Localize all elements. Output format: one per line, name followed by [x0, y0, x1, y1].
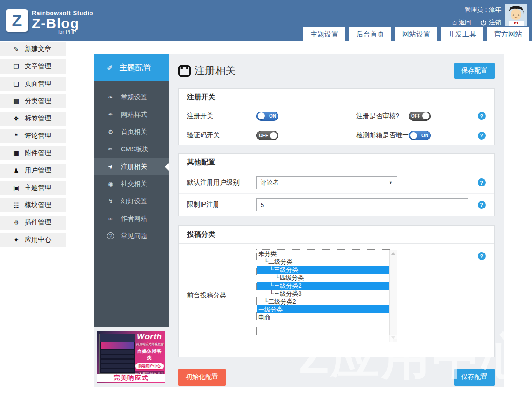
- sidebar-item-label: 用户管理: [25, 166, 51, 175]
- save-config-button-top[interactable]: 保存配置: [454, 63, 495, 79]
- sidebar-item-theme-management[interactable]: ▣主题管理: [0, 181, 66, 195]
- sidebar-item-label: 文章管理: [25, 62, 51, 71]
- pencil-icon: ✎: [12, 45, 20, 53]
- help-icon[interactable]: ?: [478, 178, 486, 186]
- question-icon: ?: [107, 232, 114, 239]
- nav-tab-2[interactable]: 后台首页: [349, 27, 391, 41]
- category-listbox[interactable]: 未分类└二级分类└三级分类└四级分类└三级分类2└三级分类3└二级分类2一级分类…: [256, 249, 397, 342]
- link-icon: ∞: [107, 215, 114, 222]
- sidebar-item-category-management[interactable]: ▤分类管理: [0, 94, 66, 108]
- listbox-scrollbar[interactable]: [389, 250, 397, 342]
- toggle-knob: [410, 132, 417, 139]
- toggle-switch-on[interactable]: ON: [256, 112, 278, 121]
- user-level-selected-value: 评论者: [261, 178, 279, 187]
- home-icon: ⌂: [452, 20, 457, 25]
- subnav-item-label: 幻灯设置: [121, 197, 147, 206]
- sidebar-item-module-management[interactable]: ☷模块管理: [0, 198, 66, 212]
- toggle-state-label: OFF: [410, 113, 421, 119]
- nav-tab-1[interactable]: 主题设置: [303, 27, 345, 41]
- rss-icon: ◉: [107, 180, 114, 187]
- ad-subtitle: 跨屏响应式博客主题: [136, 342, 163, 346]
- toggle-state-label: ON: [420, 133, 429, 138]
- user-icon: ♟: [12, 167, 20, 174]
- subnav-item-cms-blocks[interactable]: ✑CMS板块: [94, 141, 169, 158]
- toggle-knob: [258, 112, 265, 119]
- sidebar-group: ▣主题管理☷模块管理⚙插件管理: [0, 181, 66, 230]
- admin-name: 管理员：流年: [452, 6, 501, 14]
- back-label: 返回: [459, 18, 471, 27]
- drive-icon: ▦: [12, 149, 20, 157]
- listbox-option[interactable]: 电商: [257, 313, 389, 321]
- logout-link[interactable]: 注销: [480, 18, 501, 27]
- listbox-option[interactable]: └二级分类: [257, 258, 389, 266]
- nav-tab-5[interactable]: 官方网站: [487, 27, 529, 41]
- listbox-option[interactable]: └四级分类: [257, 274, 389, 282]
- subnav-item-label: CMS板块: [121, 145, 149, 154]
- theme-ad-banner[interactable]: Worth 跨屏响应式博客主题 自媒体博客类 前端用户中心 媒体/新闻/博客 首…: [97, 331, 165, 383]
- pen-icon: ✒: [107, 111, 114, 118]
- section-title: 注册开关: [179, 89, 494, 106]
- subnav-item-slides[interactable]: ↯幻灯设置: [94, 193, 169, 210]
- ip-limit-label: 限制IP注册: [187, 201, 256, 209]
- help-icon[interactable]: ?: [478, 132, 486, 140]
- zblog-logo-icon: Z: [6, 9, 28, 32]
- subnav-item-site-style[interactable]: ✒网站样式: [94, 106, 169, 123]
- subnav-item-homepage[interactable]: ⚙首页相关: [94, 123, 169, 141]
- listbox-option[interactable]: 未分类: [257, 250, 389, 258]
- save-config-button-bottom[interactable]: 保存配置: [454, 369, 495, 386]
- listbox-option[interactable]: 一级分类: [257, 305, 389, 313]
- subnav-item-author-site[interactable]: ∞作者网站: [94, 210, 169, 227]
- ad-site-thumbnail: [99, 334, 135, 374]
- folder-icon: ▤: [12, 97, 20, 105]
- avatar[interactable]: [505, 4, 527, 26]
- sidebar-item-user-management[interactable]: ♟用户管理: [0, 164, 66, 178]
- help-icon[interactable]: ?: [478, 252, 486, 260]
- sidebar-item-label: 标签管理: [25, 114, 51, 123]
- subnav-item-register[interactable]: ➤注册相关: [94, 158, 169, 175]
- register-switch-card: 注册开关 注册开关ON注册是否审核?OFF?验证码开关OFF检测邮箱是否唯一ON…: [178, 88, 495, 145]
- ad-title: Worth: [135, 332, 164, 342]
- sidebar-item-new-post[interactable]: ✎新建文章: [0, 42, 66, 56]
- subnav-title-label: 主题配置: [119, 62, 151, 73]
- listbox-option[interactable]: └二级分类2: [257, 297, 389, 305]
- top-nav-tabs: 主题设置后台首页网站设置开发工具官方网站: [303, 27, 529, 41]
- toggle-switch-off[interactable]: OFF: [256, 131, 278, 140]
- scroll-down-icon[interactable]: [391, 336, 395, 339]
- help-icon[interactable]: ?: [478, 112, 486, 120]
- listbox-option[interactable]: └三级分类2: [257, 282, 389, 290]
- nav-tab-4[interactable]: 开发工具: [441, 27, 483, 41]
- sidebar-item-label: 附件管理: [25, 149, 51, 157]
- sidebar-item-page-management[interactable]: ❏页面管理: [0, 77, 66, 91]
- user-level-select[interactable]: 评论者 ▼: [256, 176, 397, 189]
- nav-tab-3[interactable]: 网站设置: [395, 27, 437, 41]
- theme-subnav: ✐ 主题配置 ❧常规设置✒网站样式⚙首页相关✑CMS板块➤注册相关◉社交相关↯幻…: [94, 54, 169, 327]
- sidebar-item-plugin-management[interactable]: ⚙插件管理: [0, 216, 66, 230]
- toggle-switch-off[interactable]: OFF: [409, 112, 431, 121]
- sidebar-item-attachment-management[interactable]: ▦附件管理: [0, 146, 66, 160]
- product-name: Z-Blog: [32, 16, 93, 30]
- sidebar-item-post-management[interactable]: ❐文章管理: [0, 59, 66, 74]
- back-link[interactable]: ⌂ 返回: [452, 18, 471, 27]
- leaf-icon: ❧: [107, 94, 114, 101]
- brush-icon: ✑: [107, 146, 114, 153]
- register-rows: 注册开关ON注册是否审核?OFF?验证码开关OFF检测邮箱是否唯一ON?: [179, 106, 494, 145]
- subnav-item-social[interactable]: ◉社交相关: [94, 175, 169, 193]
- listbox-option[interactable]: └三级分类3: [257, 290, 389, 297]
- field-label: 检测邮箱是否唯一: [356, 131, 409, 140]
- init-config-button[interactable]: 初始化配置: [178, 369, 226, 386]
- subnav-item-faq[interactable]: ?常见问题: [94, 227, 169, 245]
- subnav-title-theme-config[interactable]: ✐ 主题配置: [94, 54, 169, 81]
- ip-limit-input[interactable]: [256, 198, 468, 211]
- sidebar-item-app-center[interactable]: ✦应用中心: [0, 233, 66, 247]
- listbox-option[interactable]: └三级分类: [257, 266, 389, 274]
- main-sidebar: ✎新建文章❐文章管理❏页面管理▤分类管理❖标签管理❝评论管理▦附件管理♟用户管理…: [0, 42, 66, 250]
- sidebar-item-tag-management[interactable]: ❖标签管理: [0, 112, 66, 126]
- toggle-switch-on[interactable]: ON: [409, 131, 431, 140]
- subnav-item-general[interactable]: ❧常规设置: [94, 89, 169, 106]
- content-wrapper: ✐ 主题配置 ❧常规设置✒网站样式⚙首页相关✑CMS板块➤注册相关◉社交相关↯幻…: [94, 54, 504, 387]
- sidebar-item-comment-management[interactable]: ❝评论管理: [0, 129, 66, 143]
- scroll-up-icon[interactable]: [391, 252, 395, 255]
- sidebar-item-label: 新建文章: [25, 45, 51, 53]
- help-icon[interactable]: ?: [478, 201, 486, 209]
- subnav-item-label: 注册相关: [121, 163, 147, 171]
